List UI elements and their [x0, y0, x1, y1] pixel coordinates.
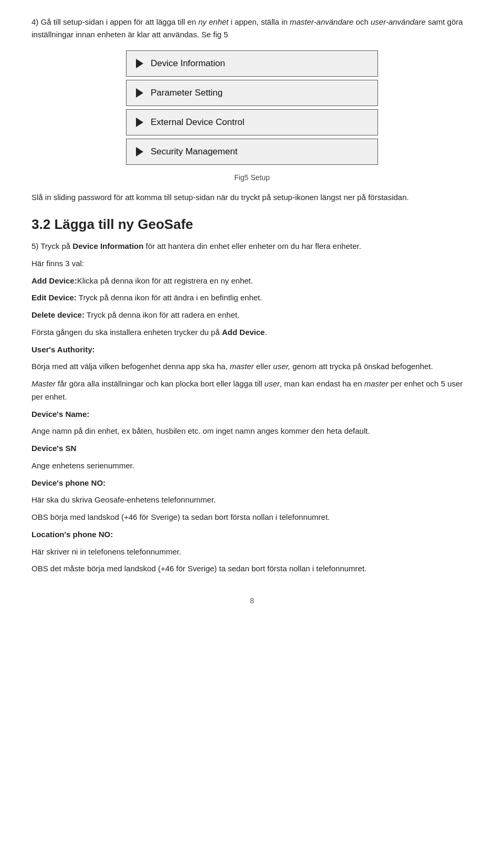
menu-item-device-information: Device Information — [126, 50, 378, 77]
play-icon-security-management — [136, 147, 143, 156]
play-icon-parameter-setting — [136, 88, 143, 98]
paragraph-8: Börja med att välja vilken befogenhet de… — [32, 360, 472, 373]
paragraph-13: Ange enhetens serienummer. — [32, 459, 472, 473]
play-icon-device-information — [136, 59, 143, 68]
section-title: Lägga till ny GeoSafe — [54, 216, 193, 232]
paragraph-15: Här ska du skriva Geosafe-enhetens telef… — [32, 494, 472, 507]
intro-paragraph: 4) Gå till setup-sidan i appen för att l… — [32, 16, 472, 41]
paragraph-17: Location's phone NO: — [32, 528, 472, 541]
slide-password-paragraph: Slå in sliding password för att komma ti… — [32, 191, 472, 204]
menu-item-external-device-control: External Device Control — [126, 109, 378, 135]
paragraph-10: Device's Name: — [32, 408, 472, 421]
section-number: 3.2 — [32, 216, 54, 232]
paragraph-5: Delete device: Tryck på denna ikon för a… — [32, 309, 472, 322]
menu-item-parameter-setting: Parameter Setting — [126, 80, 378, 106]
paragraph-11: Ange namn på din enhet, ex båten, husbil… — [32, 425, 472, 438]
play-icon-external-device-control — [136, 118, 143, 127]
paragraph-1: 5) Tryck på Device Information för att h… — [32, 240, 472, 253]
paragraph-2: Här finns 3 val: — [32, 257, 472, 270]
paragraph-4: Edit Device: Tryck på denna ikon för att… — [32, 291, 472, 305]
paragraph-14: Device's phone NO: — [32, 477, 472, 490]
page-number: 8 — [32, 596, 472, 605]
fig5-caption: Fig5 Setup — [126, 173, 378, 182]
paragraph-18: Här skriver ni in telefonens telefonnumm… — [32, 546, 472, 559]
setup-menu-figure: Device Information Parameter Setting Ext… — [126, 50, 378, 168]
paragraph-19: OBS det måste börja med landskod (+46 fö… — [32, 562, 472, 575]
paragraph-16: OBS börja med landskod (+46 för Sverige)… — [32, 511, 472, 524]
paragraph-6: Första gången du ska installera enheten … — [32, 326, 472, 339]
menu-item-parameter-setting-label: Parameter Setting — [151, 88, 223, 98]
paragraph-9: Master får göra alla inställningar och k… — [32, 378, 472, 404]
paragraph-7: User's Authority: — [32, 343, 472, 357]
paragraph-3: Add Device:Klicka på denna ikon för att … — [32, 275, 472, 288]
section-heading: 3.2 Lägga till ny GeoSafe — [32, 216, 472, 233]
menu-item-security-management-label: Security Management — [151, 146, 237, 157]
menu-item-external-device-control-label: External Device Control — [151, 117, 245, 128]
paragraph-12: Device's SN — [32, 442, 472, 455]
menu-item-device-information-label: Device Information — [151, 58, 225, 69]
menu-item-security-management: Security Management — [126, 139, 378, 165]
